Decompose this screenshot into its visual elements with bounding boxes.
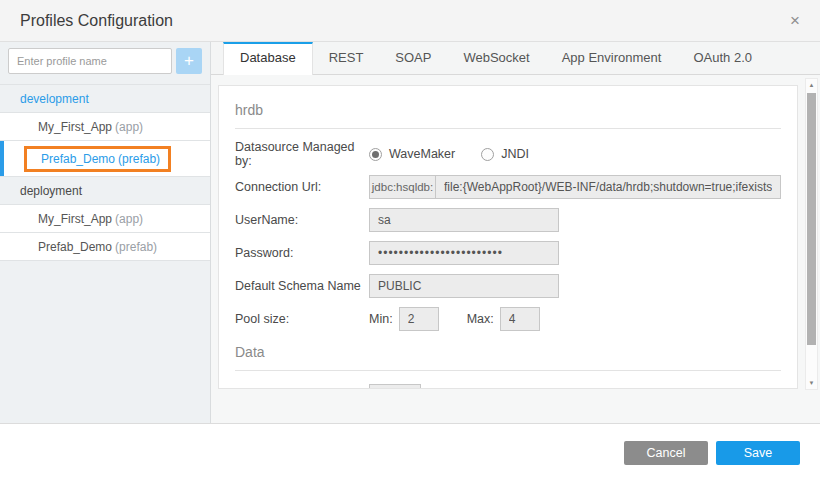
dialog-header: Profiles Configuration ×	[0, 0, 820, 42]
cancel-button[interactable]: Cancel	[624, 441, 708, 465]
pool-size-row: Pool size: Min: Max:	[235, 307, 781, 331]
group-label: development	[20, 92, 89, 106]
datasource-row: Datasource Managed by: WaveMaker JNDI	[235, 142, 781, 166]
connection-url-label: Connection Url:	[235, 180, 369, 194]
sidebar-item-my-first-app-dev[interactable]: My_First_App(app)	[0, 113, 210, 141]
username-input[interactable]	[369, 208, 559, 232]
selected-indicator-bar	[0, 141, 4, 176]
save-button[interactable]: Save	[716, 441, 800, 465]
section-divider	[235, 128, 781, 129]
sidebar-group-development[interactable]: development	[0, 85, 210, 113]
scrollbar-thumb[interactable]	[807, 93, 816, 345]
item-label: My_First_App	[38, 120, 112, 134]
sidebar-item-my-first-app-deploy[interactable]: My_First_App(app)	[0, 205, 210, 233]
sidebar-item-prefab-demo-deploy[interactable]: Prefab_Demo(prefab)	[0, 233, 210, 261]
dialog-footer: Cancel Save	[0, 423, 820, 478]
close-icon[interactable]: ×	[786, 10, 804, 31]
radio-wavemaker[interactable]: WaveMaker	[369, 147, 455, 161]
item-type-suffix: (prefab)	[115, 240, 157, 254]
item-label: Prefab_Demo	[38, 240, 112, 254]
hrdb-settings-card: hrdb Datasource Managed by: WaveMaker JN…	[218, 85, 798, 389]
username-row: UserName:	[235, 208, 781, 232]
schema-input[interactable]	[369, 274, 559, 298]
item-type-suffix: (app)	[115, 212, 143, 226]
annotation-highlight-box: Prefab_Demo(prefab)	[24, 146, 171, 172]
schema-label: Default Schema Name	[235, 279, 369, 293]
data-section-title: Data	[235, 340, 781, 370]
profile-name-input[interactable]	[8, 48, 172, 74]
item-label: My_First_App	[38, 212, 112, 226]
section-divider	[235, 370, 781, 371]
sidebar-group-deployment[interactable]: deployment	[0, 177, 210, 205]
password-input[interactable]	[369, 241, 559, 265]
profile-content: Database REST SOAP WebSocket App Environ…	[211, 42, 820, 423]
datasource-label: Datasource Managed by:	[235, 140, 369, 168]
radio-wavemaker-label: WaveMaker	[389, 147, 455, 161]
group-label: deployment	[20, 184, 82, 198]
pool-min-input[interactable]	[399, 307, 439, 331]
schema-row: Default Schema Name	[235, 274, 781, 298]
pool-max-label: Max:	[467, 312, 494, 326]
password-row: Password:	[235, 241, 781, 265]
plus-icon: +	[184, 51, 194, 71]
add-profile-button[interactable]: +	[176, 48, 202, 74]
pool-max-input[interactable]	[500, 307, 540, 331]
dialog-title: Profiles Configuration	[20, 12, 173, 30]
service-tabs: Database REST SOAP WebSocket App Environ…	[211, 42, 820, 75]
vertical-scrollbar[interactable]: ▲ ▼	[805, 78, 818, 390]
tab-oauth[interactable]: OAuth 2.0	[677, 42, 768, 74]
password-label: Password:	[235, 246, 369, 260]
scroll-up-icon[interactable]: ▲	[806, 79, 817, 91]
profiles-configuration-dialog: Profiles Configuration × + development M…	[0, 0, 820, 478]
profiles-list: development My_First_App(app) Prefab_Dem…	[0, 84, 210, 261]
records-per-request-input[interactable]	[369, 384, 421, 389]
tab-database[interactable]: Database	[223, 42, 313, 75]
sidebar-item-prefab-demo-dev[interactable]: Prefab_Demo(prefab)	[0, 141, 210, 177]
username-label: UserName:	[235, 213, 369, 227]
add-profile-row: +	[0, 42, 210, 80]
tab-rest[interactable]: REST	[313, 42, 380, 74]
connection-url-prefix: jdbc:hsqldb:	[369, 175, 435, 199]
tab-app-environment[interactable]: App Environment	[546, 42, 678, 74]
item-label: Prefab_Demo	[41, 152, 115, 166]
item-type-suffix: (app)	[115, 120, 143, 134]
pool-size-label: Pool size:	[235, 312, 369, 326]
item-type-suffix: (prefab)	[118, 152, 160, 166]
records-per-request-row: Records per request:	[235, 384, 781, 389]
dialog-body: + development My_First_App(app) Prefab_D…	[0, 42, 820, 423]
tab-websocket[interactable]: WebSocket	[447, 42, 545, 74]
profiles-sidebar: + development My_First_App(app) Prefab_D…	[0, 42, 211, 423]
connection-url-input[interactable]	[435, 175, 781, 199]
connection-url-row: Connection Url: jdbc:hsqldb:	[235, 175, 781, 199]
scroll-down-icon[interactable]: ▼	[806, 377, 817, 389]
tab-soap[interactable]: SOAP	[379, 42, 447, 74]
database-tab-panel: hrdb Datasource Managed by: WaveMaker JN…	[211, 75, 820, 423]
radio-unselected-icon	[481, 148, 494, 161]
radio-jndi-label: JNDI	[501, 147, 529, 161]
radio-selected-icon	[369, 148, 382, 161]
radio-jndi[interactable]: JNDI	[481, 147, 529, 161]
database-service-name: hrdb	[235, 98, 781, 128]
pool-min-label: Min:	[369, 312, 393, 326]
